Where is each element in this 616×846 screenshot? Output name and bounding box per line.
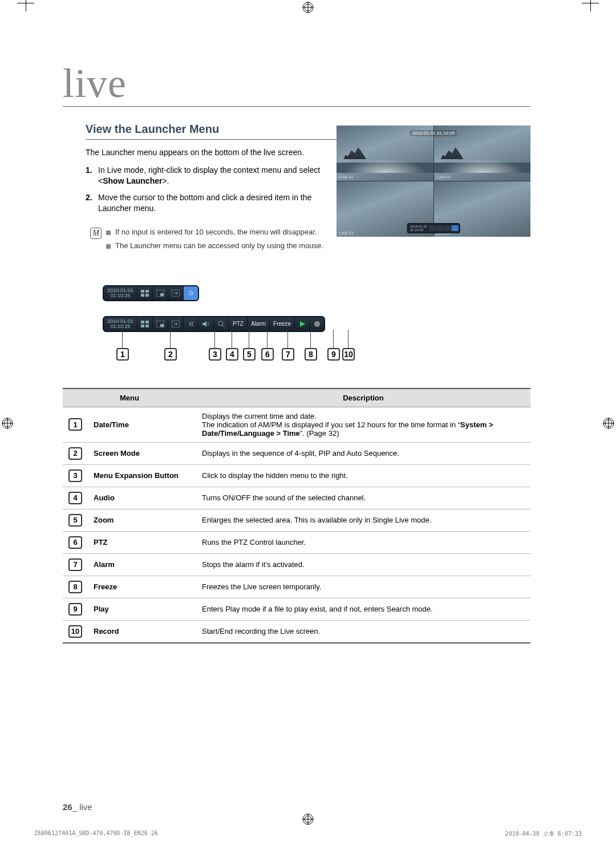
- freeze-button[interactable]: Freeze: [269, 317, 294, 331]
- row-desc: Runs the PTZ Control launcher.: [196, 531, 530, 553]
- expand-button[interactable]: [183, 286, 198, 300]
- note-icon: M: [90, 228, 102, 239]
- callout-num: 4: [226, 348, 238, 361]
- zoom-icon[interactable]: [213, 317, 229, 331]
- row-name: Date/Time: [88, 407, 196, 442]
- row-desc: Freezes the Live screen temporarily.: [196, 576, 530, 598]
- row-number: 8: [68, 581, 82, 593]
- reg-mark-right: [602, 417, 615, 430]
- svg-rect-24: [145, 321, 149, 323]
- svg-rect-21: [160, 293, 164, 296]
- step-text: In Live mode, right-click to display the…: [98, 165, 325, 187]
- step-number: 2.: [86, 192, 98, 214]
- svg-rect-28: [160, 324, 164, 327]
- row-name: Audio: [88, 487, 196, 509]
- step-number: 1.: [86, 165, 98, 187]
- autoseq-icon[interactable]: [168, 317, 183, 331]
- table-row: 3Menu Expansion ButtonClick to display t…: [63, 464, 530, 487]
- row-number: 4: [68, 492, 82, 504]
- launcher-datetime: 2010-01-0101:10:25: [104, 286, 137, 300]
- row-desc: Enters Play mode if a file to play exist…: [196, 598, 530, 620]
- live-preview: CAM 01 CAM 02 CAM 03 CAM 04 2010-01-01 0…: [337, 126, 530, 237]
- table-row: 4AudioTurns ON/OFF the sound of the sele…: [63, 487, 530, 509]
- row-name: Menu Expansion Button: [88, 464, 196, 487]
- page-footer: 26_ live: [63, 802, 92, 812]
- table-row: 5ZoomEnlarges the selected area. This is…: [63, 509, 530, 531]
- callout-row: 1 2 3 4 5 6 7 8 9 10: [103, 338, 530, 378]
- row-desc: Displays the current time and date. The …: [196, 407, 530, 442]
- row-number: 2: [68, 447, 82, 460]
- crop-mark: [582, 0, 599, 11]
- launcher-bar-collapsed: 2010-01-0101:10:25: [103, 285, 199, 301]
- row-name: Screen Mode: [88, 442, 196, 464]
- callout-num: 10: [342, 348, 355, 361]
- bullet-icon: [106, 230, 111, 235]
- step-text: Move the cursor to the bottom and click …: [98, 192, 325, 214]
- row-desc: Stops the alarm if it’s activated.: [196, 553, 530, 576]
- launcher-datetime: 2010-01-0101:10:25: [104, 317, 137, 331]
- svg-rect-18: [141, 294, 144, 297]
- row-number: 1: [68, 418, 82, 431]
- svg-rect-26: [145, 325, 149, 327]
- table-row: 6PTZRuns the PTZ Control launcher.: [63, 531, 530, 553]
- svg-rect-16: [141, 290, 144, 293]
- pip-icon[interactable]: [152, 286, 168, 300]
- callout-num: 3: [209, 348, 221, 361]
- cam-label: CAM 01: [339, 175, 353, 179]
- row-name: Record: [88, 620, 196, 643]
- audio-icon[interactable]: [198, 317, 213, 331]
- row-number: 10: [68, 625, 82, 638]
- note-text: The Launcher menu can be accessed only b…: [115, 241, 323, 250]
- table-row: 2Screen ModeDisplays in the sequence of …: [63, 442, 530, 464]
- callout-num: 8: [305, 348, 317, 361]
- table-row: 1Date/TimeDisplays the current time and …: [63, 407, 530, 442]
- play-button[interactable]: [294, 317, 309, 331]
- reg-mark-bottom: [302, 813, 314, 825]
- table-row: 8FreezeFreezes the Live screen temporari…: [63, 576, 530, 598]
- reg-mark-top: [302, 1, 314, 14]
- callout-num: 7: [282, 348, 294, 361]
- cam-label: CAM 02: [436, 175, 451, 179]
- alarm-button[interactable]: Alarm: [247, 317, 269, 331]
- row-desc: Turns ON/OFF the sound of the selected c…: [196, 487, 530, 509]
- ptz-button[interactable]: PTZ: [229, 317, 247, 331]
- note-text: If no input is entered for 10 seconds, t…: [115, 228, 317, 236]
- preview-launcher-bar: 2010-01-0101:10:25: [407, 223, 460, 233]
- print-footer: Z6806127401A_SRD-470,470D-IB_EN26 26 201…: [34, 830, 582, 838]
- row-desc: Start/End recording the Live screen.: [196, 620, 530, 643]
- row-name: Play: [88, 598, 196, 620]
- th-desc: Description: [196, 388, 530, 407]
- row-name: Zoom: [88, 509, 196, 531]
- callout-num: 2: [164, 348, 177, 361]
- row-name: Alarm: [88, 553, 196, 576]
- table-row: 7AlarmStops the alarm if it’s activated.: [63, 553, 530, 576]
- row-number: 3: [68, 469, 82, 482]
- callout-num: 1: [116, 348, 129, 361]
- preview-timestamp: 2010-01-01 01:10:25: [410, 130, 457, 136]
- reg-mark-left: [1, 417, 14, 430]
- th-menu: Menu: [63, 388, 196, 407]
- row-number: 9: [68, 603, 82, 616]
- record-button[interactable]: [309, 317, 324, 331]
- row-number: 5: [68, 514, 82, 527]
- row-desc: Click to display the hidden menu to the …: [196, 464, 530, 487]
- svg-rect-25: [141, 325, 144, 327]
- chapter-title: live: [63, 63, 530, 107]
- svg-rect-23: [141, 321, 144, 323]
- callout-num: 9: [327, 348, 340, 361]
- split4-icon[interactable]: [137, 286, 152, 300]
- svg-rect-17: [145, 290, 149, 293]
- menu-table: Menu Description 1Date/TimeDisplays the …: [63, 388, 530, 643]
- svg-point-30: [218, 321, 223, 326]
- split4-icon[interactable]: [137, 317, 152, 331]
- autoseq-icon[interactable]: [168, 286, 183, 300]
- row-desc: Displays in the sequence of 4-split, PIP…: [196, 442, 530, 464]
- bullet-icon: [106, 244, 111, 249]
- cam-label: CAM 03: [339, 231, 353, 235]
- table-row: 9PlayEnters Play mode if a file to play …: [63, 598, 530, 620]
- callout-num: 5: [243, 348, 256, 361]
- collapse-button[interactable]: [183, 317, 198, 331]
- pip-icon[interactable]: [152, 317, 168, 331]
- row-desc: Enlarges the selected area. This is avai…: [196, 509, 530, 531]
- row-name: PTZ: [88, 531, 196, 553]
